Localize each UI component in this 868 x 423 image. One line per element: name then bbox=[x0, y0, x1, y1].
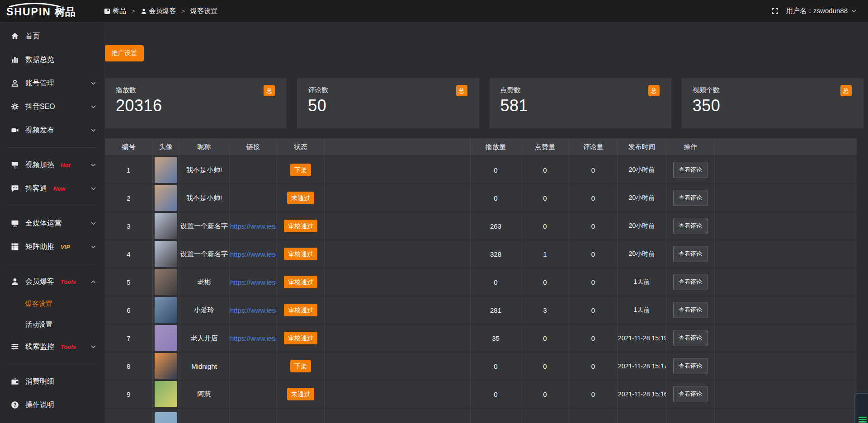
chevron-down-icon bbox=[91, 162, 96, 166]
chevron-down-icon bbox=[91, 103, 96, 108]
view-comments-button[interactable]: 查看评论 bbox=[673, 246, 708, 262]
view-comments-button[interactable]: 查看评论 bbox=[673, 330, 708, 346]
sidebar-item-label: 抖客通 bbox=[25, 184, 47, 193]
sidebar-item-account[interactable]: 账号管理 bbox=[0, 71, 104, 95]
sidebar-item-doketong[interactable]: 抖客通 New bbox=[0, 177, 104, 200]
sidebar-item-douyin-seo[interactable]: 抖音SEO bbox=[0, 95, 104, 118]
link-cell: https://www.iesdouyin.c bbox=[229, 296, 277, 324]
avatar bbox=[155, 325, 177, 351]
view-comments-button[interactable]: 查看评论 bbox=[673, 162, 708, 178]
view-comments-button[interactable]: 查看评论 bbox=[673, 218, 708, 234]
promo-settings-button[interactable]: 推广设置 bbox=[105, 45, 144, 61]
chevron-down-icon bbox=[91, 185, 96, 190]
nickname: 我不是小帅! bbox=[179, 184, 229, 212]
sidebar-item-video-heat[interactable]: 视频加热 Hot bbox=[0, 153, 104, 177]
sidebar-item-home[interactable]: 首页 bbox=[0, 24, 104, 48]
status-badge: 审核通过 bbox=[284, 276, 317, 288]
view-comments-button[interactable]: 查看评论 bbox=[673, 274, 708, 290]
row-number: 5 bbox=[105, 268, 152, 296]
avatar bbox=[155, 381, 177, 407]
video-link[interactable]: https://www.iesdouyin.c bbox=[230, 306, 276, 314]
status-cell: 审核通过 bbox=[277, 240, 324, 268]
link-cell: https://www.iesdouyin.c bbox=[229, 240, 277, 268]
avatar-cell bbox=[152, 212, 179, 240]
fullscreen-icon[interactable] bbox=[771, 7, 779, 15]
sidebar-subitem-baoke-settings[interactable]: 爆客设置 bbox=[0, 293, 104, 314]
status-cell: 下架 bbox=[277, 156, 324, 184]
avatar-cell bbox=[152, 381, 179, 409]
filler-cell bbox=[714, 381, 857, 409]
breadcrumb-item-current[interactable]: 爆客设置 bbox=[190, 7, 217, 15]
video-link[interactable]: https://www.iesdouyin.c bbox=[230, 250, 276, 258]
link-cell: https://www.iesdouyin.c bbox=[229, 324, 277, 352]
sidebar-subitem-activity-settings[interactable]: 活动设置 bbox=[0, 314, 104, 335]
chevron-down-icon bbox=[91, 80, 96, 85]
sidebar-item-instructions[interactable]: ? 操作说明 bbox=[0, 393, 104, 417]
sidebar-item-omni-media[interactable]: 全媒体运营 bbox=[0, 212, 104, 235]
likes bbox=[521, 409, 569, 423]
header-filler bbox=[324, 138, 470, 156]
comments: 0 bbox=[569, 184, 617, 212]
publish-time: 20小时前 bbox=[617, 240, 666, 268]
phone-battery-widget[interactable] bbox=[854, 393, 868, 423]
action-cell: 查看评论 bbox=[666, 268, 714, 296]
sidebar-item-video-publish[interactable]: 视频发布 bbox=[0, 118, 104, 142]
chevron-down-icon bbox=[852, 8, 856, 13]
nickname: 老彬 bbox=[179, 268, 229, 296]
publish-time: 2021-11-28 15:17 bbox=[617, 352, 666, 381]
comments: 0 bbox=[569, 381, 617, 409]
view-comments-button[interactable]: 查看评论 bbox=[673, 190, 708, 206]
link-cell bbox=[229, 184, 277, 212]
header-number: 编号 bbox=[105, 138, 152, 156]
breadcrumb-item-member[interactable]: 会员爆客 bbox=[141, 7, 176, 15]
chevron-down-icon bbox=[91, 220, 96, 225]
sidebar-divider bbox=[7, 264, 97, 264]
sidebar-item-matrix-boost[interactable]: 矩阵助推 VIP bbox=[0, 235, 104, 258]
user-area: 用户名：zswodun88 bbox=[771, 7, 868, 15]
breadcrumb-separator: > bbox=[182, 8, 185, 14]
status-cell: 审核通过 bbox=[277, 296, 324, 324]
row-number: 7 bbox=[105, 324, 152, 352]
member-icon bbox=[11, 277, 19, 286]
nickname: 阿慧 bbox=[179, 381, 229, 409]
status-cell: 未通过 bbox=[277, 184, 324, 212]
sidebar: 首页 数据总览 账号管理 抖音SEO 视频发布 视频加热 Hot 抖客通 New… bbox=[0, 23, 104, 423]
action-cell: 查看评论 bbox=[666, 184, 714, 212]
stat-card-plays: 播放数 20316 总 bbox=[105, 78, 287, 128]
view-comments-button[interactable]: 查看评论 bbox=[673, 386, 708, 402]
view-comments-button[interactable]: 查看评论 bbox=[673, 358, 708, 374]
view-comments-button[interactable]: 查看评论 bbox=[673, 302, 708, 318]
plays: 0 bbox=[470, 268, 521, 296]
avatar bbox=[155, 353, 177, 379]
nickname: 设置一个新名字 bbox=[179, 212, 229, 240]
sidebar-item-label: 操作说明 bbox=[25, 400, 54, 410]
sidebar-item-clue-monitor[interactable]: 线索监控 Tools bbox=[0, 335, 104, 358]
link-cell bbox=[229, 156, 277, 184]
sidebar-item-data-overview[interactable]: 数据总览 bbox=[0, 48, 104, 71]
avatar bbox=[155, 185, 177, 211]
app-logo: SHUPIN 树品 bbox=[0, 3, 104, 20]
filler-cell bbox=[714, 268, 857, 296]
sidebar-subitem-label: 活动设置 bbox=[25, 320, 52, 329]
battery-bar bbox=[859, 421, 867, 423]
plays: 281 bbox=[470, 296, 521, 324]
sidebar-item-consumption-detail[interactable]: 消费明细 bbox=[0, 370, 104, 393]
username-dropdown[interactable]: 用户名：zswodun88 bbox=[786, 7, 856, 15]
sidebar-item-member-baoke[interactable]: 会员爆客 Tools bbox=[0, 270, 104, 293]
status-badge: 下架 bbox=[290, 164, 311, 176]
publish-time: 2021-11-28 15:16 bbox=[617, 381, 666, 409]
total-badge: 总 bbox=[264, 85, 275, 96]
link-cell: https://www.iesdouyin.c bbox=[229, 268, 277, 296]
vip-tag: VIP bbox=[61, 244, 70, 250]
monitor-icon bbox=[11, 219, 19, 227]
action-cell: 查看评论 bbox=[666, 240, 714, 268]
sidebar-item-label: 账号管理 bbox=[25, 79, 54, 88]
table-header-row: 编号 头像 昵称 链接 状态 播放量 点赞量 评论量 发布时间 操作 bbox=[105, 138, 857, 156]
video-link[interactable]: https://www.iesdouyin.c bbox=[230, 334, 276, 342]
action-cell: 查看评论 bbox=[666, 212, 714, 240]
breadcrumb-item-home[interactable]: 树品 bbox=[104, 7, 126, 15]
row-number: 8 bbox=[105, 352, 152, 381]
filler-cell bbox=[324, 381, 470, 409]
video-link[interactable]: https://www.iesdouyin.c bbox=[230, 278, 276, 286]
video-link[interactable]: https://www.iesdouyin.c bbox=[230, 222, 276, 230]
